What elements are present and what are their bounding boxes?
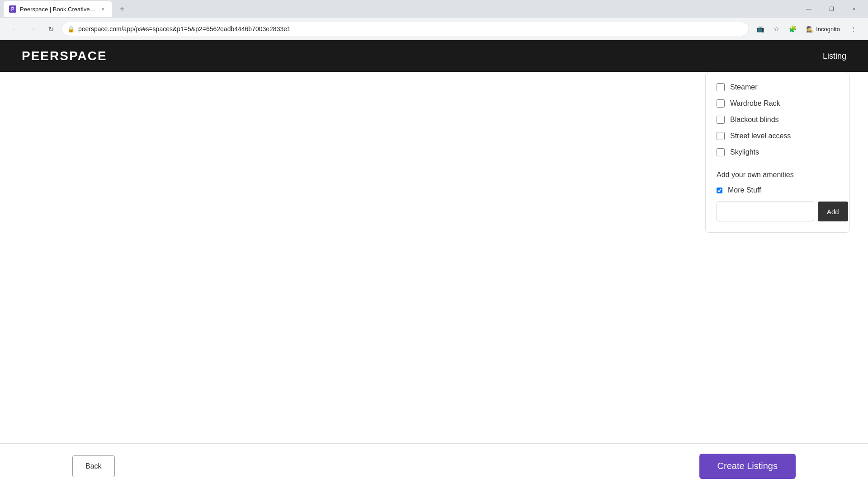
left-panel (0, 72, 687, 488)
back-nav-button[interactable]: ← (7, 22, 22, 36)
tab-title: Peerspace | Book Creative Space (20, 6, 96, 13)
checkbox-street-level-access: Street level access (717, 132, 839, 140)
checkbox-wardrobe-rack: Wardrobe Rack (717, 99, 839, 108)
add-amenity-input[interactable] (717, 202, 814, 221)
steamer-label: Steamer (730, 83, 757, 91)
window-controls: — ❐ × (798, 1, 864, 17)
street-level-access-label: Street level access (730, 132, 791, 140)
toolbar-actions: 📺 ☆ 🧩 🕵 Incognito ⋮ (753, 22, 861, 36)
address-text: peerspace.com/app/ps#s=spaces&p1=5&p2=65… (78, 25, 743, 33)
blackout-blinds-label: Blackout blinds (730, 116, 779, 124)
new-tab-button[interactable]: + (116, 3, 128, 15)
right-panel: Steamer Wardrobe Rack Blackout blinds St… (687, 72, 868, 488)
add-amenity-button[interactable]: Add (818, 202, 848, 221)
address-bar[interactable]: 🔒 peerspace.com/app/ps#s=spaces&p1=5&p2=… (61, 22, 749, 36)
browser-tab[interactable]: P Peerspace | Book Creative Space × (4, 1, 112, 17)
listing-nav-link[interactable]: Listing (823, 52, 846, 61)
create-listings-button[interactable]: Create Listings (699, 454, 796, 479)
lock-icon: 🔒 (67, 26, 75, 33)
add-amenities-section: Add your own amenities More Stuff Add (717, 171, 839, 221)
main-content: Steamer Wardrobe Rack Blackout blinds St… (0, 72, 868, 488)
wardrobe-rack-label: Wardrobe Rack (730, 99, 780, 108)
close-window-button[interactable]: × (844, 1, 864, 17)
skylights-checkbox[interactable] (717, 148, 725, 156)
incognito-icon: 🕵 (806, 26, 813, 33)
incognito-badge: 🕵 Incognito (802, 24, 844, 34)
forward-nav-button[interactable]: → (25, 22, 40, 36)
browser-toolbar: ← → ↻ 🔒 peerspace.com/app/ps#s=spaces&p1… (0, 18, 868, 40)
site-header: PEERSPACE Listing (0, 40, 868, 72)
peerspace-logo: PEERSPACE (22, 49, 107, 63)
back-button[interactable]: Back (72, 455, 115, 477)
street-level-access-checkbox[interactable] (717, 132, 725, 140)
browser-chrome: P Peerspace | Book Creative Space × + — … (0, 0, 868, 40)
blackout-blinds-checkbox[interactable] (717, 116, 725, 124)
more-stuff-checkbox[interactable] (717, 188, 722, 193)
header-nav: Listing (823, 52, 846, 61)
checkbox-blackout-blinds: Blackout blinds (717, 116, 839, 124)
refresh-button[interactable]: ↻ (43, 22, 58, 36)
page-content: PEERSPACE Listing Steamer Wardrobe Rack (0, 40, 868, 488)
maximize-button[interactable]: ❐ (821, 1, 842, 17)
browser-titlebar: P Peerspace | Book Creative Space × + — … (0, 0, 868, 18)
checkbox-steamer: Steamer (717, 83, 839, 91)
steamer-checkbox[interactable] (717, 83, 725, 91)
incognito-label: Incognito (816, 26, 840, 33)
extensions-icon[interactable]: 🧩 (785, 22, 800, 36)
more-stuff-label: More Stuff (728, 186, 761, 194)
tab-favicon: P (9, 5, 16, 13)
add-amenities-title: Add your own amenities (717, 171, 839, 179)
minimize-button[interactable]: — (798, 1, 819, 17)
amenities-card: Steamer Wardrobe Rack Blackout blinds St… (705, 72, 850, 233)
skylights-label: Skylights (730, 148, 759, 156)
menu-icon[interactable]: ⋮ (846, 22, 861, 36)
bottom-bar: Back Create Listings (0, 443, 868, 488)
tab-close-button[interactable]: × (99, 5, 107, 13)
custom-amenity-item: More Stuff (717, 186, 839, 194)
cast-icon[interactable]: 📺 (753, 22, 767, 36)
checkbox-skylights: Skylights (717, 148, 839, 156)
add-input-row: Add (717, 202, 839, 221)
bookmark-icon[interactable]: ☆ (769, 22, 783, 36)
wardrobe-rack-checkbox[interactable] (717, 99, 725, 108)
